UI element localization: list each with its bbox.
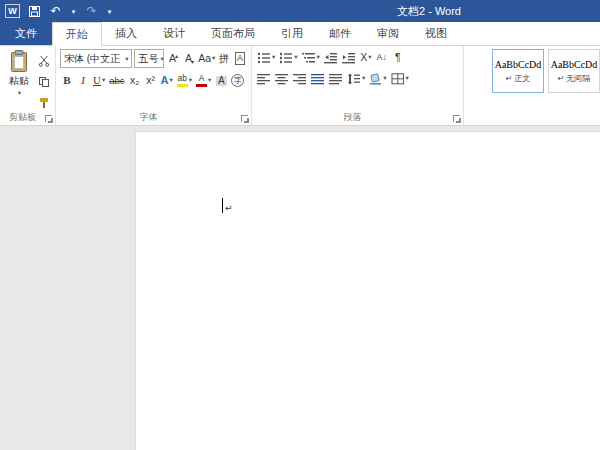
align-left-icon <box>257 73 271 85</box>
numbering-icon <box>279 52 293 64</box>
align-center-button[interactable] <box>274 70 290 87</box>
clipboard-group-label: 剪贴板 <box>0 111 45 124</box>
paragraph-mark-icon: ↵ <box>558 74 565 83</box>
format-painter-button[interactable] <box>37 94 51 111</box>
font-name-value: 宋体 (中文正 <box>64 52 120 66</box>
decrease-indent-icon <box>324 52 338 64</box>
font-name-select[interactable]: 宋体 (中文正 ▾ <box>60 49 132 68</box>
font-dialog-launcher-icon[interactable] <box>241 115 248 122</box>
enclose-characters-button[interactable]: 字 <box>230 72 245 89</box>
increase-indent-icon <box>342 52 356 64</box>
phonetic-guide-icon: 拼 <box>219 53 230 64</box>
paragraph-mark: ↵ <box>225 203 233 213</box>
italic-button[interactable]: I <box>76 72 90 89</box>
font-color-button[interactable]: A ▾ <box>195 72 212 89</box>
bullets-icon <box>257 52 271 64</box>
style-normal[interactable]: AaBbCcDd ↵ 正文 <box>492 49 544 93</box>
document-area: ↵ <box>0 126 600 450</box>
grow-font-button[interactable]: A ▴ <box>166 50 180 67</box>
copy-button[interactable] <box>37 73 51 90</box>
chevron-down-icon: ▾ <box>123 55 128 63</box>
ribbon: 粘贴 ▾ <box>0 46 600 126</box>
shading-button[interactable]: ▾ <box>368 70 387 87</box>
font-color-icon: A <box>196 74 207 87</box>
align-left-button[interactable] <box>256 70 272 87</box>
tab-design[interactable]: 设计 <box>150 22 198 45</box>
tab-insert[interactable]: 插入 <box>102 22 150 45</box>
undo-button[interactable]: ↶ <box>49 3 62 19</box>
phonetic-guide-button[interactable]: 拼 <box>217 50 231 67</box>
distribute-icon <box>329 73 343 85</box>
bold-button[interactable]: B <box>60 72 74 89</box>
increase-indent-button[interactable] <box>341 49 357 66</box>
chevron-down-icon: ▾ <box>189 77 192 84</box>
highlight-color-button[interactable]: ab ▾ <box>176 72 193 89</box>
borders-button[interactable]: ▾ <box>390 70 410 87</box>
up-triangle-icon: ▴ <box>175 53 178 59</box>
multilevel-list-button[interactable]: ▾ <box>301 49 321 66</box>
superscript-button[interactable]: x² <box>144 72 158 89</box>
text-cursor <box>222 198 223 213</box>
cut-icon <box>38 55 50 67</box>
titlebar[interactable]: W ↶ ▾ ↷ ▾ 文档2 - Word <box>0 0 600 22</box>
decrease-indent-button[interactable] <box>323 49 339 66</box>
font-size-select[interactable]: 五号 ▾ <box>134 49 164 68</box>
chevron-down-icon: ▾ <box>102 77 105 84</box>
strikethrough-button[interactable]: abc <box>108 72 125 89</box>
font-size-value: 五号 <box>138 52 158 66</box>
undo-dropdown[interactable]: ▾ <box>70 3 77 19</box>
sort-button[interactable]: A↓ <box>375 49 389 66</box>
chevron-down-icon: ▾ <box>272 54 275 61</box>
numbering-button[interactable]: ▾ <box>278 49 298 66</box>
shading-bucket-icon <box>369 73 382 85</box>
asian-layout-button[interactable]: X ▾ <box>359 49 373 66</box>
distribute-button[interactable] <box>328 70 344 87</box>
justify-icon <box>311 73 325 85</box>
tab-review[interactable]: 审阅 <box>364 22 412 45</box>
subscript-button[interactable]: x₂ <box>128 72 142 89</box>
change-case-button[interactable]: Aa ▾ <box>198 50 215 67</box>
bullets-button[interactable]: ▾ <box>256 49 276 66</box>
show-hide-marks-button[interactable]: ¶ <box>391 49 405 66</box>
save-button[interactable] <box>28 3 41 19</box>
paragraph-dialog-launcher-icon[interactable] <box>453 115 460 122</box>
cut-button[interactable] <box>37 52 51 69</box>
character-border-button[interactable]: A <box>233 50 247 67</box>
tab-mailings[interactable]: 邮件 <box>316 22 364 45</box>
underline-button[interactable]: U ▾ <box>92 72 106 89</box>
paste-button[interactable]: 粘贴 ▾ <box>4 49 34 111</box>
style-no-spacing[interactable]: AaBbCcDd ↵ 无间隔 <box>548 49 600 93</box>
style-preview: AaBbCcDd <box>495 59 542 70</box>
chevron-down-icon: ▾ <box>212 55 215 62</box>
tab-view[interactable]: 视图 <box>412 22 460 45</box>
styles-group: AaBbCcDd ↵ 正文 AaBbCcDd ↵ 无间隔 <box>464 46 600 125</box>
tab-page-layout[interactable]: 页面布局 <box>198 22 268 45</box>
chevron-down-icon: ▾ <box>383 75 386 82</box>
word-logo-icon[interactable]: W <box>5 4 20 18</box>
enclose-characters-icon: 字 <box>231 74 244 87</box>
line-spacing-button[interactable]: ▾ <box>346 70 366 87</box>
text-effects-button[interactable]: A ▾ <box>160 72 174 89</box>
customize-quick-access-button[interactable]: ▾ <box>106 3 113 19</box>
copy-icon <box>38 76 50 88</box>
paragraph-group-label: 段落 <box>252 111 453 124</box>
character-shading-button[interactable]: A <box>214 72 228 89</box>
align-right-button[interactable] <box>292 70 308 87</box>
line-spacing-icon <box>347 73 361 85</box>
clipboard-dialog-launcher-icon[interactable] <box>45 115 52 122</box>
paste-label: 粘贴 <box>9 74 29 88</box>
borders-grid-icon <box>391 73 405 85</box>
character-border-icon: A <box>235 52 245 65</box>
paste-dropdown-icon: ▾ <box>18 89 21 97</box>
style-name: ↵ 无间隔 <box>558 73 591 84</box>
tab-references[interactable]: 引用 <box>268 22 316 45</box>
chevron-down-icon: ▾ <box>294 54 297 61</box>
redo-button[interactable]: ↷ <box>85 3 98 19</box>
justify-button[interactable] <box>310 70 326 87</box>
tab-file[interactable]: 文件 <box>0 22 52 45</box>
document-page[interactable]: ↵ <box>135 131 600 450</box>
shrink-font-button[interactable]: A ▾ <box>182 50 196 67</box>
tab-home[interactable]: 开始 <box>52 22 102 46</box>
clipboard-small-buttons <box>37 49 51 111</box>
paste-clipboard-icon <box>9 50 29 73</box>
